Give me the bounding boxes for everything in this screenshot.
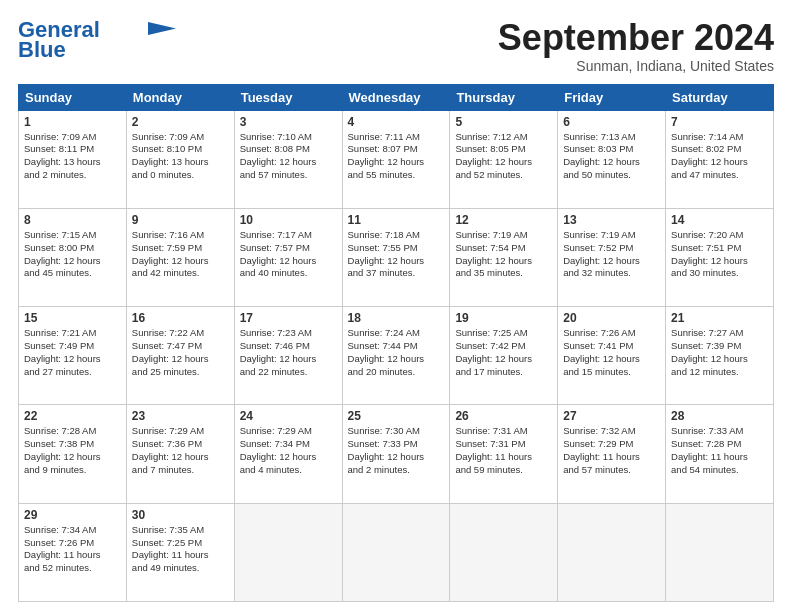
calendar-cell: 29Sunrise: 7:34 AMSunset: 7:26 PMDayligh…: [19, 503, 127, 601]
location: Sunman, Indiana, United States: [498, 58, 774, 74]
day-number: 16: [132, 311, 229, 325]
cell-text: Sunrise: 7:14 AMSunset: 8:02 PMDaylight:…: [671, 131, 768, 182]
calendar-cell: 17Sunrise: 7:23 AMSunset: 7:46 PMDayligh…: [234, 307, 342, 405]
calendar-cell: [342, 503, 450, 601]
calendar-cell: 25Sunrise: 7:30 AMSunset: 7:33 PMDayligh…: [342, 405, 450, 503]
calendar-header-cell: Saturday: [666, 84, 774, 110]
day-number: 9: [132, 213, 229, 227]
cell-text: Sunrise: 7:09 AMSunset: 8:11 PMDaylight:…: [24, 131, 121, 182]
calendar-row: 15Sunrise: 7:21 AMSunset: 7:49 PMDayligh…: [19, 307, 774, 405]
cell-text: Sunrise: 7:17 AMSunset: 7:57 PMDaylight:…: [240, 229, 337, 280]
day-number: 19: [455, 311, 552, 325]
calendar-cell: 14Sunrise: 7:20 AMSunset: 7:51 PMDayligh…: [666, 208, 774, 306]
calendar-row: 1Sunrise: 7:09 AMSunset: 8:11 PMDaylight…: [19, 110, 774, 208]
cell-text: Sunrise: 7:26 AMSunset: 7:41 PMDaylight:…: [563, 327, 660, 378]
calendar-cell: 24Sunrise: 7:29 AMSunset: 7:34 PMDayligh…: [234, 405, 342, 503]
cell-text: Sunrise: 7:31 AMSunset: 7:31 PMDaylight:…: [455, 425, 552, 476]
cell-text: Sunrise: 7:21 AMSunset: 7:49 PMDaylight:…: [24, 327, 121, 378]
title-block: September 2024 Sunman, Indiana, United S…: [498, 18, 774, 74]
day-number: 26: [455, 409, 552, 423]
calendar-cell: [558, 503, 666, 601]
cell-text: Sunrise: 7:19 AMSunset: 7:52 PMDaylight:…: [563, 229, 660, 280]
calendar-cell: 16Sunrise: 7:22 AMSunset: 7:47 PMDayligh…: [126, 307, 234, 405]
cell-text: Sunrise: 7:22 AMSunset: 7:47 PMDaylight:…: [132, 327, 229, 378]
calendar-row: 8Sunrise: 7:15 AMSunset: 8:00 PMDaylight…: [19, 208, 774, 306]
day-number: 11: [348, 213, 445, 227]
day-number: 17: [240, 311, 337, 325]
calendar-header-cell: Sunday: [19, 84, 127, 110]
cell-text: Sunrise: 7:33 AMSunset: 7:28 PMDaylight:…: [671, 425, 768, 476]
cell-text: Sunrise: 7:09 AMSunset: 8:10 PMDaylight:…: [132, 131, 229, 182]
day-number: 25: [348, 409, 445, 423]
calendar-header-cell: Friday: [558, 84, 666, 110]
calendar-cell: 21Sunrise: 7:27 AMSunset: 7:39 PMDayligh…: [666, 307, 774, 405]
page: General Blue September 2024 Sunman, Indi…: [0, 0, 792, 612]
calendar-cell: [234, 503, 342, 601]
calendar-body: 1Sunrise: 7:09 AMSunset: 8:11 PMDaylight…: [19, 110, 774, 601]
day-number: 3: [240, 115, 337, 129]
day-number: 10: [240, 213, 337, 227]
day-number: 20: [563, 311, 660, 325]
day-number: 24: [240, 409, 337, 423]
cell-text: Sunrise: 7:12 AMSunset: 8:05 PMDaylight:…: [455, 131, 552, 182]
calendar-header-row: SundayMondayTuesdayWednesdayThursdayFrid…: [19, 84, 774, 110]
calendar-cell: 8Sunrise: 7:15 AMSunset: 8:00 PMDaylight…: [19, 208, 127, 306]
calendar-cell: 12Sunrise: 7:19 AMSunset: 7:54 PMDayligh…: [450, 208, 558, 306]
svg-marker-0: [148, 22, 176, 35]
day-number: 1: [24, 115, 121, 129]
calendar-cell: 4Sunrise: 7:11 AMSunset: 8:07 PMDaylight…: [342, 110, 450, 208]
cell-text: Sunrise: 7:24 AMSunset: 7:44 PMDaylight:…: [348, 327, 445, 378]
calendar-cell: 22Sunrise: 7:28 AMSunset: 7:38 PMDayligh…: [19, 405, 127, 503]
cell-text: Sunrise: 7:15 AMSunset: 8:00 PMDaylight:…: [24, 229, 121, 280]
logo-arrow-icon: [148, 22, 176, 36]
day-number: 4: [348, 115, 445, 129]
cell-text: Sunrise: 7:30 AMSunset: 7:33 PMDaylight:…: [348, 425, 445, 476]
day-number: 12: [455, 213, 552, 227]
cell-text: Sunrise: 7:16 AMSunset: 7:59 PMDaylight:…: [132, 229, 229, 280]
cell-text: Sunrise: 7:11 AMSunset: 8:07 PMDaylight:…: [348, 131, 445, 182]
calendar-cell: 28Sunrise: 7:33 AMSunset: 7:28 PMDayligh…: [666, 405, 774, 503]
calendar-cell: 26Sunrise: 7:31 AMSunset: 7:31 PMDayligh…: [450, 405, 558, 503]
day-number: 18: [348, 311, 445, 325]
calendar-cell: 15Sunrise: 7:21 AMSunset: 7:49 PMDayligh…: [19, 307, 127, 405]
day-number: 13: [563, 213, 660, 227]
calendar-cell: 10Sunrise: 7:17 AMSunset: 7:57 PMDayligh…: [234, 208, 342, 306]
calendar-cell: 19Sunrise: 7:25 AMSunset: 7:42 PMDayligh…: [450, 307, 558, 405]
cell-text: Sunrise: 7:10 AMSunset: 8:08 PMDaylight:…: [240, 131, 337, 182]
calendar-header-cell: Monday: [126, 84, 234, 110]
calendar-row: 29Sunrise: 7:34 AMSunset: 7:26 PMDayligh…: [19, 503, 774, 601]
cell-text: Sunrise: 7:29 AMSunset: 7:34 PMDaylight:…: [240, 425, 337, 476]
calendar-cell: 20Sunrise: 7:26 AMSunset: 7:41 PMDayligh…: [558, 307, 666, 405]
calendar-cell: 7Sunrise: 7:14 AMSunset: 8:02 PMDaylight…: [666, 110, 774, 208]
calendar-cell: 27Sunrise: 7:32 AMSunset: 7:29 PMDayligh…: [558, 405, 666, 503]
day-number: 21: [671, 311, 768, 325]
header: General Blue September 2024 Sunman, Indi…: [18, 18, 774, 74]
cell-text: Sunrise: 7:28 AMSunset: 7:38 PMDaylight:…: [24, 425, 121, 476]
cell-text: Sunrise: 7:13 AMSunset: 8:03 PMDaylight:…: [563, 131, 660, 182]
calendar-table: SundayMondayTuesdayWednesdayThursdayFrid…: [18, 84, 774, 602]
day-number: 7: [671, 115, 768, 129]
cell-text: Sunrise: 7:18 AMSunset: 7:55 PMDaylight:…: [348, 229, 445, 280]
calendar-header-cell: Thursday: [450, 84, 558, 110]
cell-text: Sunrise: 7:32 AMSunset: 7:29 PMDaylight:…: [563, 425, 660, 476]
cell-text: Sunrise: 7:34 AMSunset: 7:26 PMDaylight:…: [24, 524, 121, 575]
day-number: 8: [24, 213, 121, 227]
calendar-cell: 11Sunrise: 7:18 AMSunset: 7:55 PMDayligh…: [342, 208, 450, 306]
calendar-cell: 2Sunrise: 7:09 AMSunset: 8:10 PMDaylight…: [126, 110, 234, 208]
day-number: 27: [563, 409, 660, 423]
logo: General Blue: [18, 18, 176, 62]
calendar-cell: [666, 503, 774, 601]
cell-text: Sunrise: 7:29 AMSunset: 7:36 PMDaylight:…: [132, 425, 229, 476]
calendar-cell: 1Sunrise: 7:09 AMSunset: 8:11 PMDaylight…: [19, 110, 127, 208]
month-title: September 2024: [498, 18, 774, 58]
day-number: 5: [455, 115, 552, 129]
day-number: 29: [24, 508, 121, 522]
day-number: 23: [132, 409, 229, 423]
day-number: 2: [132, 115, 229, 129]
calendar-cell: 13Sunrise: 7:19 AMSunset: 7:52 PMDayligh…: [558, 208, 666, 306]
day-number: 14: [671, 213, 768, 227]
day-number: 15: [24, 311, 121, 325]
cell-text: Sunrise: 7:27 AMSunset: 7:39 PMDaylight:…: [671, 327, 768, 378]
day-number: 28: [671, 409, 768, 423]
calendar-cell: 9Sunrise: 7:16 AMSunset: 7:59 PMDaylight…: [126, 208, 234, 306]
